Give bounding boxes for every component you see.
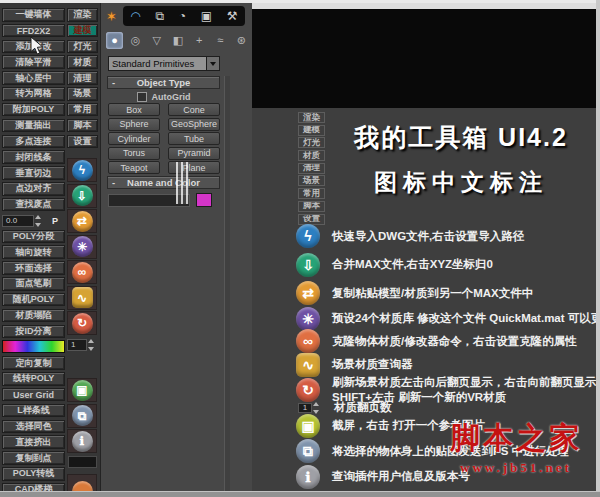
material-preset-icon[interactable]: ✳ xyxy=(72,236,93,257)
gradient-material-button[interactable] xyxy=(2,340,65,353)
toolbox-button[interactable]: 直接挤出 xyxy=(2,435,65,449)
demo-tab[interactable]: 建模 xyxy=(298,125,325,136)
motion-tab[interactable]: ◔ xyxy=(179,10,186,22)
primitive-button[interactable]: Teapot xyxy=(108,161,160,174)
toolbox-tab[interactable]: 建模 xyxy=(67,24,98,38)
toolbox-icon-cell[interactable]: ⧉ xyxy=(67,404,97,428)
demo-tab[interactable]: 渲染 xyxy=(298,112,325,123)
clone-icon[interactable]: ∞ xyxy=(72,262,93,283)
toolbox-button[interactable]: 多点连接 xyxy=(2,135,65,149)
toolbox-button[interactable]: 附加POLY xyxy=(2,103,65,117)
toolbox-icon-cell[interactable]: ℹ xyxy=(67,429,97,453)
demo-tab[interactable]: 材质 xyxy=(298,150,325,161)
toolbox-button[interactable]: 封闭线条 xyxy=(2,150,65,164)
toolbox-tab[interactable]: 清理 xyxy=(67,71,98,85)
swap-icon[interactable]: ⇄ xyxy=(72,211,93,232)
toolbox-button[interactable]: 查找废点 xyxy=(2,198,65,212)
lightning-icon[interactable]: ϟ xyxy=(72,160,93,181)
toolbox-icon-cell[interactable]: ▣ xyxy=(67,378,97,402)
toolbox-icon-cell[interactable]: ⇄ xyxy=(67,209,97,233)
demo-tab[interactable]: 脚本 xyxy=(298,201,325,212)
object-type-rollout[interactable]: - Object Type xyxy=(107,76,220,89)
toolbox-button[interactable]: 转为网格 xyxy=(2,87,65,101)
plugin-info-icon[interactable]: ℹ xyxy=(72,431,93,452)
screenshot-icon[interactable]: ▣ xyxy=(72,380,93,401)
value-spinner[interactable]: 0.0 xyxy=(2,215,34,227)
primitive-button[interactable]: Torus xyxy=(108,147,160,160)
spinner-arrows-icon[interactable] xyxy=(313,402,322,414)
primitive-button[interactable]: GeoSphere xyxy=(168,118,220,131)
chevron-down-icon[interactable] xyxy=(207,56,220,71)
toolbox-button[interactable]: 点边对齐 xyxy=(2,182,65,196)
primitive-button[interactable]: Pyramid xyxy=(168,147,220,160)
material-page-spinner[interactable]: 1 xyxy=(298,403,312,413)
demo-tab[interactable]: 灯光 xyxy=(298,137,325,148)
primitive-button[interactable]: Sphere xyxy=(108,118,160,131)
helpers-icon[interactable]: + xyxy=(191,32,208,49)
collapse-icon[interactable]: - xyxy=(112,77,115,88)
merge-icon[interactable]: ⇩ xyxy=(72,185,93,206)
collapse-icon[interactable]: - xyxy=(112,177,115,188)
toolbox-button[interactable]: 一键墙体 xyxy=(2,8,65,22)
toolbox-tab[interactable]: 脚本 xyxy=(67,119,98,133)
toolbox-button[interactable]: POLY分段 xyxy=(2,230,65,244)
lights-icon[interactable]: ▽ xyxy=(148,32,165,49)
create-tab[interactable]: ✶ xyxy=(103,7,120,25)
toolbox-button[interactable]: L样条线 xyxy=(2,404,65,418)
toolbox-button[interactable]: 定向复制 xyxy=(2,356,65,370)
toolbox-button[interactable]: 面点笔刷 xyxy=(2,277,65,291)
demo-tab[interactable]: 场景 xyxy=(298,175,325,186)
hierarchy-tab[interactable]: ⧉ xyxy=(156,10,165,22)
toolbox-button[interactable]: 环面选择 xyxy=(2,261,65,275)
toolbox-tab[interactable]: 渲染 xyxy=(67,8,98,22)
shapes-icon[interactable]: ◎ xyxy=(127,32,144,49)
cameras-icon[interactable]: ◧ xyxy=(169,32,186,49)
refresh-material-icon[interactable]: ↻ xyxy=(72,313,93,334)
primitive-button[interactable]: Cylinder xyxy=(108,132,160,145)
autogrid-checkbox[interactable] xyxy=(137,92,147,102)
toolbox-icon-cell[interactable]: ✳ xyxy=(67,235,97,259)
toolbox-tab[interactable]: 设置 xyxy=(67,135,98,149)
systems-icon[interactable]: ⊛ xyxy=(233,32,250,49)
toolbox-icon-cell[interactable]: ∞ xyxy=(67,260,97,284)
display-tab[interactable]: ▣ xyxy=(201,10,212,22)
toolbox-button[interactable]: 复制到点 xyxy=(2,451,65,465)
toolbox-button[interactable]: 线转POLY xyxy=(2,372,65,386)
object-color-swatch[interactable] xyxy=(196,193,212,207)
toolbox-button[interactable]: User Grid xyxy=(2,388,65,402)
send-to-ps-icon[interactable]: ⧉ xyxy=(72,405,93,426)
primitives-dropdown[interactable]: Standard Primitives xyxy=(108,56,220,71)
toolbox-button[interactable]: 材质塌陷 xyxy=(2,309,65,323)
toolbox-icon-cell[interactable]: ∿ xyxy=(67,286,97,310)
toolbox-button[interactable]: 垂直切边 xyxy=(2,166,65,180)
toolbox-button[interactable]: 测量抽出 xyxy=(2,119,65,133)
toolbox-button[interactable]: 选择同色 xyxy=(2,420,65,434)
toolbox-button[interactable]: 轴心居中 xyxy=(2,71,65,85)
material-page-spinner[interactable]: 1 xyxy=(67,339,87,351)
toolbox-tab[interactable]: 场景 xyxy=(67,87,98,101)
primitive-button[interactable]: Cone xyxy=(168,103,220,116)
geometry-icon[interactable]: ● xyxy=(106,32,123,49)
primitive-button[interactable]: Box xyxy=(108,103,160,116)
name-color-rollout[interactable]: - Name and Color xyxy=(107,176,220,189)
spinner-arrows-icon[interactable] xyxy=(88,339,97,351)
spacewarps-icon[interactable]: ≈ xyxy=(212,32,229,49)
material-query-icon[interactable]: ∿ xyxy=(72,287,93,308)
toolbox-button[interactable]: POLY转线 xyxy=(2,467,65,481)
demo-tab[interactable]: 常用 xyxy=(298,188,325,199)
toolbox-button[interactable]: 按ID分离 xyxy=(2,325,65,339)
toolbox-icon-cell[interactable]: ϟ xyxy=(67,158,97,182)
toolbox-icon-cell[interactable]: ⇩ xyxy=(67,184,97,208)
toolbox-button[interactable]: 轴向旋转 xyxy=(2,245,65,259)
panel-scrollbar[interactable] xyxy=(224,76,230,492)
demo-tab[interactable]: 清理 xyxy=(298,163,325,174)
utilities-tab[interactable]: ⚒ xyxy=(227,10,238,22)
dropdown-value[interactable]: Standard Primitives xyxy=(108,56,207,71)
toolbox-tab[interactable]: 常用 xyxy=(67,103,98,117)
text-input[interactable] xyxy=(68,456,97,468)
toolbox-icon-cell[interactable]: ↻ xyxy=(67,311,97,335)
modify-tab[interactable]: ◠ xyxy=(130,10,140,22)
toolbox-tab[interactable]: 材质 xyxy=(67,55,98,69)
toolbox-tab[interactable]: 灯光 xyxy=(67,40,98,54)
spinner-arrows-icon[interactable] xyxy=(35,215,44,227)
